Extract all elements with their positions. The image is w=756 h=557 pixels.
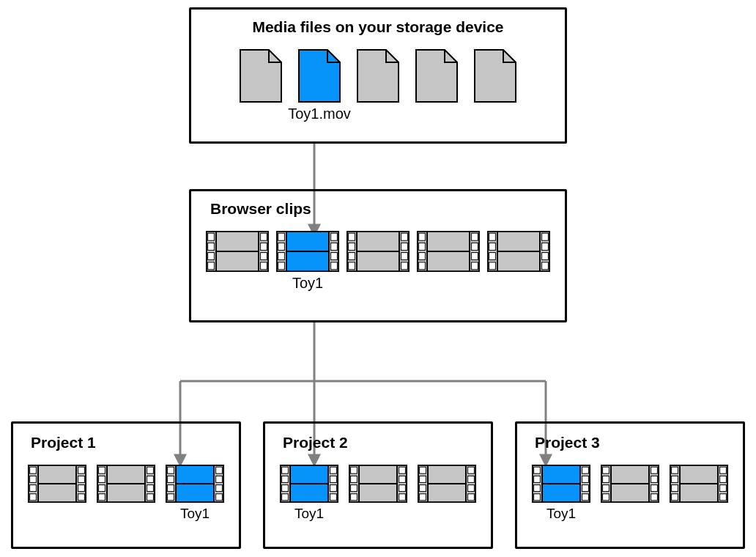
- svg-rect-99: [147, 485, 154, 492]
- svg-rect-41: [401, 243, 408, 250]
- clip: [206, 231, 269, 292]
- svg-rect-152: [420, 476, 426, 482]
- clip-highlighted: Toy1: [166, 465, 224, 522]
- document-icon: [298, 49, 341, 103]
- svg-rect-70: [489, 253, 496, 260]
- svg-rect-12: [208, 243, 215, 250]
- svg-rect-24: [278, 233, 285, 240]
- svg-rect-151: [468, 467, 475, 473]
- svg-rect-194: [672, 476, 678, 482]
- clip-label: Toy1: [180, 506, 210, 522]
- filmstrip-icon: [418, 465, 476, 503]
- clip-highlighted: Toy1: [280, 465, 338, 522]
- storage-title: Media files on your storage device: [191, 18, 565, 36]
- clip-label: Toy1: [546, 506, 576, 522]
- svg-rect-16: [208, 262, 215, 270]
- clip-highlighted: Toy1: [276, 231, 339, 292]
- svg-rect-54: [419, 243, 426, 250]
- project-box-1: Project 1 Toy1: [11, 421, 241, 549]
- svg-rect-39: [401, 233, 408, 240]
- svg-rect-114: [168, 494, 174, 501]
- project-clip-row: Toy1: [532, 465, 728, 522]
- svg-rect-179: [651, 467, 658, 473]
- svg-rect-137: [399, 467, 406, 473]
- svg-rect-111: [216, 476, 223, 482]
- svg-rect-122: [282, 467, 289, 473]
- svg-rect-154: [420, 485, 426, 492]
- document-icon: [357, 49, 399, 103]
- document-icon: [240, 49, 282, 103]
- project-title: Project 2: [283, 434, 348, 451]
- svg-rect-139: [399, 476, 406, 482]
- svg-rect-30: [278, 262, 285, 270]
- svg-rect-27: [331, 243, 338, 250]
- svg-rect-58: [419, 262, 426, 270]
- clip: [601, 465, 659, 522]
- svg-rect-67: [542, 233, 549, 240]
- document-icon: [474, 49, 516, 103]
- svg-rect-166: [534, 476, 541, 482]
- svg-rect-44: [349, 262, 355, 270]
- svg-rect-87: [78, 494, 85, 501]
- filmstrip-icon: [346, 231, 410, 272]
- svg-rect-84: [30, 485, 37, 492]
- svg-rect-150: [420, 467, 426, 473]
- browser-title: Browser clips: [210, 200, 311, 218]
- storage-box: Media files on your storage device Toy1.…: [189, 7, 567, 144]
- svg-rect-45: [401, 262, 408, 270]
- svg-rect-98: [99, 485, 105, 492]
- svg-rect-192: [672, 467, 678, 473]
- svg-rect-124: [282, 476, 289, 482]
- svg-rect-56: [419, 253, 426, 260]
- svg-rect-42: [349, 253, 355, 260]
- clip: [670, 465, 728, 522]
- filmstrip-icon: [670, 465, 728, 503]
- svg-rect-181: [651, 476, 658, 482]
- clip-label: Toy1: [292, 275, 323, 292]
- file: [474, 49, 516, 123]
- svg-rect-81: [78, 467, 85, 473]
- clip: [417, 231, 480, 292]
- svg-rect-10: [208, 233, 215, 240]
- clip: [97, 465, 155, 522]
- diagram-stage: Media files on your storage device Toy1.…: [0, 0, 756, 557]
- svg-rect-165: [582, 467, 589, 473]
- filmstrip-icon: [487, 231, 550, 272]
- svg-rect-155: [468, 485, 475, 492]
- clip: [349, 465, 407, 522]
- svg-rect-169: [582, 485, 589, 492]
- file: [415, 49, 458, 123]
- filmstrip-icon: [276, 231, 339, 272]
- svg-rect-57: [472, 253, 478, 260]
- project-clip-row: Toy1: [280, 465, 476, 522]
- svg-rect-83: [78, 476, 85, 482]
- svg-rect-115: [216, 494, 223, 501]
- svg-rect-97: [147, 476, 154, 482]
- svg-rect-55: [472, 243, 478, 250]
- svg-rect-199: [720, 494, 727, 501]
- svg-rect-80: [30, 467, 37, 473]
- svg-rect-101: [147, 494, 154, 501]
- svg-rect-126: [282, 485, 289, 492]
- svg-rect-26: [278, 243, 285, 250]
- svg-rect-142: [351, 494, 357, 501]
- filmstrip-icon: [166, 465, 224, 503]
- svg-rect-138: [351, 476, 357, 482]
- filmstrip-icon: [349, 465, 407, 503]
- project-box-2: Project 2 Toy1: [263, 421, 493, 549]
- svg-rect-170: [534, 494, 541, 501]
- svg-rect-113: [216, 485, 223, 492]
- file-highlighted: Toy1.mov: [298, 49, 341, 123]
- svg-rect-193: [720, 467, 727, 473]
- svg-rect-95: [147, 467, 154, 473]
- svg-rect-196: [672, 485, 678, 492]
- svg-rect-72: [489, 262, 496, 270]
- svg-rect-153: [468, 476, 475, 482]
- project-clip-row: Toy1: [28, 465, 224, 522]
- svg-rect-143: [399, 494, 406, 501]
- clip: [487, 231, 550, 292]
- filmstrip-icon: [97, 465, 155, 503]
- svg-rect-11: [261, 233, 267, 240]
- svg-rect-17: [261, 262, 267, 270]
- svg-rect-38: [349, 233, 355, 240]
